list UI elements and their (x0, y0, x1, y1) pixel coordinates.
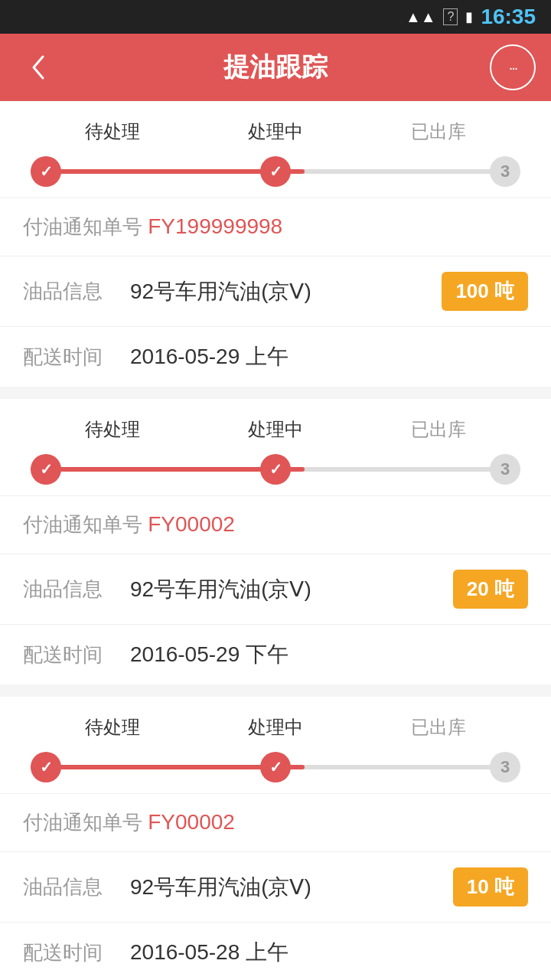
time-row-1: 配送时间 2016-05-29 下午 (0, 624, 551, 684)
progress-label-2: 已出库 (357, 417, 520, 442)
time-label: 配送时间 (23, 642, 130, 668)
time-label: 配送时间 (23, 939, 130, 966)
status-bar: ▲▲ ? ▮ 16:35 (0, 0, 551, 34)
progress-track-0: ✓✓3 (31, 153, 520, 190)
card-1: 待处理处理中已出库✓✓3付油通知单号 FY00002 油品信息 92号车用汽油(… (0, 399, 551, 684)
card-2: 待处理处理中已出库✓✓3付油通知单号 FY00002 油品信息 92号车用汽油(… (0, 697, 551, 980)
status-time: 16:35 (481, 5, 536, 29)
progress-dot-2: 3 (490, 752, 520, 782)
progress-label-0: 待处理 (31, 417, 194, 442)
time-label: 配送时间 (23, 344, 130, 371)
oil-value: 92号车用汽油(京Ⅴ) (130, 873, 438, 902)
oil-row-2: 油品信息 92号车用汽油(京Ⅴ) 10 吨 (0, 851, 551, 922)
progress-section-2: 待处理处理中已出库✓✓3 (0, 697, 551, 793)
oil-row-0: 油品信息 92号车用汽油(京Ⅴ) 100 吨 (0, 256, 551, 326)
order-label: 付油通知单号 (23, 811, 148, 834)
wifi-icon: ▲▲ (406, 8, 436, 26)
order-label: 付油通知单号 (23, 215, 148, 238)
message-icon: ··· (509, 59, 517, 77)
order-row-2: 付油通知单号 FY00002 (0, 793, 551, 851)
oil-label: 油品信息 (23, 874, 130, 900)
order-row-0: 付油通知单号 FY199999998 (0, 198, 551, 256)
progress-section-1: 待处理处理中已出库✓✓3 (0, 399, 551, 495)
time-row-2: 配送时间 2016-05-28 上午 (0, 922, 551, 980)
cards-container: 待处理处理中已出库✓✓3付油通知单号 FY199999998 油品信息 92号车… (0, 101, 551, 980)
oil-value: 92号车用汽油(京Ⅴ) (130, 575, 438, 604)
card-0: 待处理处理中已出库✓✓3付油通知单号 FY199999998 油品信息 92号车… (0, 101, 551, 387)
progress-label-0: 待处理 (31, 715, 194, 740)
progress-label-1: 处理中 (194, 119, 357, 144)
oil-label: 油品信息 (23, 576, 130, 603)
order-row-1: 付油通知单号 FY00002 (0, 495, 551, 554)
time-value: 2016-05-29 下午 (130, 640, 528, 669)
battery-icon: ▮ (465, 8, 473, 25)
oil-value: 92号车用汽油(京Ⅴ) (130, 277, 426, 306)
order-id: FY199999998 (148, 214, 282, 238)
progress-dot-2: 3 (490, 454, 520, 485)
progress-dot-1: ✓ (260, 454, 291, 485)
quantity-badge: 100 吨 (442, 272, 528, 311)
signal-icon: ? (443, 8, 458, 25)
order-id: FY00002 (148, 810, 235, 834)
oil-label: 油品信息 (23, 278, 130, 305)
quantity-badge: 20 吨 (453, 570, 528, 609)
oil-row-1: 油品信息 92号车用汽油(京Ⅴ) 20 吨 (0, 554, 551, 624)
app-header: 提油跟踪 ··· (0, 34, 551, 101)
order-label: 付油通知单号 (23, 513, 148, 536)
time-row-0: 配送时间 2016-05-29 上午 (0, 326, 551, 387)
progress-label-0: 待处理 (31, 119, 194, 144)
progress-dot-0: ✓ (31, 454, 61, 485)
progress-section-0: 待处理处理中已出库✓✓3 (0, 101, 551, 198)
message-button[interactable]: ··· (490, 44, 536, 90)
quantity-badge: 10 吨 (453, 867, 528, 906)
page-title: 提油跟踪 (223, 50, 328, 85)
progress-dot-0: ✓ (31, 156, 61, 187)
progress-track-1: ✓✓3 (31, 451, 520, 488)
progress-label-2: 已出库 (357, 715, 520, 740)
progress-track-2: ✓✓3 (31, 749, 520, 786)
progress-label-2: 已出库 (357, 119, 520, 144)
back-button[interactable] (15, 44, 61, 90)
time-value: 2016-05-29 上午 (130, 342, 528, 371)
time-value: 2016-05-28 上午 (130, 938, 528, 967)
progress-label-1: 处理中 (194, 417, 357, 442)
order-id: FY00002 (148, 512, 235, 536)
progress-dot-1: ✓ (260, 156, 291, 187)
progress-dot-0: ✓ (31, 752, 61, 782)
progress-dot-1: ✓ (260, 752, 291, 782)
progress-dot-2: 3 (490, 156, 520, 187)
progress-label-1: 处理中 (194, 715, 357, 740)
